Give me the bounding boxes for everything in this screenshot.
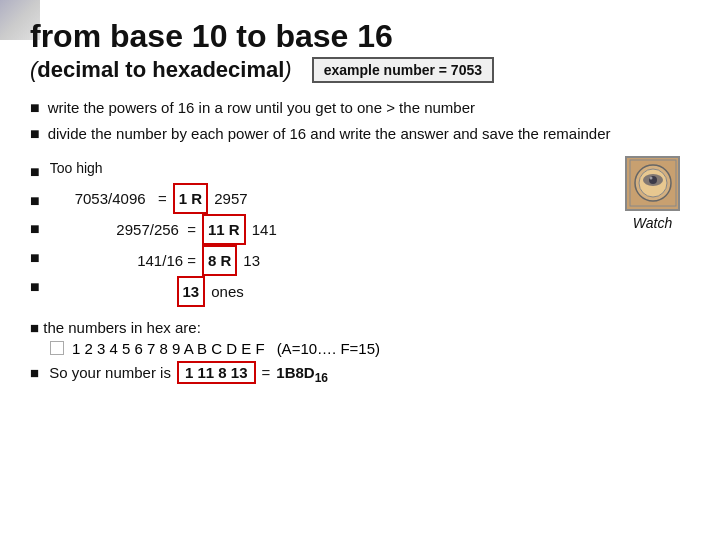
- bullet-1-icon: ■: [30, 97, 40, 119]
- so-bullet: ■: [30, 364, 43, 381]
- alphabet-row: 1 2 3 4 5 6 7 8 9 A B C D E F (A=10…. F=…: [50, 340, 690, 357]
- calc-row-4: 13 ones: [50, 276, 277, 307]
- calc-row-4-left: [50, 278, 171, 305]
- result-text: 1B8D16: [276, 364, 328, 385]
- watch-box: Watch: [625, 156, 680, 231]
- calc-bullet-5: ■: [30, 273, 40, 302]
- calc-bullet-4: ■: [30, 244, 40, 273]
- main-content: from base 10 to base 16 (decimal to hexa…: [0, 0, 720, 403]
- hex-subscript: 16: [315, 371, 328, 385]
- checkbox-icon: [50, 341, 64, 355]
- calc-row-3-right: 13: [243, 247, 260, 274]
- calc-lines: Too high 7053/4096 = 1 R 2957 2957/256 =…: [50, 156, 277, 307]
- hex-bullet: ■: [30, 319, 43, 336]
- so-text: So your number is: [49, 364, 171, 381]
- example-badge-label: example number = 7053: [324, 62, 482, 78]
- calc-bullets: ■ ■ ■ ■ ■: [30, 158, 40, 302]
- calc-bullet-3: ■: [30, 215, 40, 244]
- calc-row-4-right: ones: [211, 278, 244, 305]
- bullet-item-2: ■ divide the number by each power of 16 …: [30, 123, 690, 145]
- bullet-section: ■ write the powers of 16 in a row until …: [30, 97, 690, 146]
- alphabet-text: 1 2 3 4 5 6 7 8 9 A B C D E F: [72, 340, 265, 357]
- too-high-label: Too high: [50, 156, 277, 181]
- svg-point-5: [649, 177, 652, 180]
- equals-sign: =: [262, 364, 271, 381]
- alphabet-note: (A=10…. F=15): [277, 340, 380, 357]
- calc-row-4-highlight: 13: [177, 276, 206, 307]
- watch-icon[interactable]: [625, 156, 680, 211]
- calc-row-2: 2957/256 = 11 R 141: [50, 214, 277, 245]
- calc-row-2-right: 141: [252, 216, 277, 243]
- calc-row-3: 141/16 = 8 R 13: [50, 245, 277, 276]
- calculation-section: ■ ■ ■ ■ ■ Too high 7053/4096 = 1 R 2957 …: [30, 156, 690, 307]
- numbers-box: 1 11 8 13: [177, 361, 256, 384]
- bullet-item-1: ■ write the powers of 16 in a row until …: [30, 97, 690, 119]
- hex-section: ■ the numbers in hex are: 1 2 3 4 5 6 7 …: [30, 319, 690, 385]
- subtitle-inner: decimal to hexadecimal: [37, 57, 284, 82]
- so-row: ■ So your number is 1 11 8 13 = 1B8D16: [30, 361, 690, 385]
- calc-row-2-highlight: 11 R: [202, 214, 246, 245]
- hex-intro-text: the numbers in hex are:: [43, 319, 201, 336]
- calc-row-1-highlight: 1 R: [173, 183, 208, 214]
- calc-bullet-2: ■: [30, 187, 40, 216]
- close-paren: ): [284, 57, 291, 82]
- bullet-2-text: divide the number by each power of 16 an…: [48, 123, 611, 144]
- calc-row-1: 7053/4096 = 1 R 2957: [50, 183, 277, 214]
- watch-label[interactable]: Watch: [633, 215, 672, 231]
- calc-bullet-1: ■: [30, 158, 40, 187]
- calc-row-1-left: 7053/4096 =: [50, 185, 167, 212]
- main-title: from base 10 to base 16: [30, 18, 690, 55]
- calc-row-3-highlight: 8 R: [202, 245, 237, 276]
- calc-row-1-right: 2957: [214, 185, 247, 212]
- bullet-1-text: write the powers of 16 in a row until yo…: [48, 97, 475, 118]
- hex-intro-row: ■ the numbers in hex are:: [30, 319, 690, 336]
- subtitle-text: (decimal to hexadecimal): [30, 57, 292, 83]
- calc-row-3-left: 141/16 =: [50, 247, 196, 274]
- title-text: from base 10 to base 16: [30, 18, 393, 55]
- bullet-2-icon: ■: [30, 123, 40, 145]
- calc-row-2-left: 2957/256 =: [50, 216, 196, 243]
- example-badge: example number = 7053: [312, 57, 494, 83]
- watch-svg: [628, 158, 678, 208]
- subtitle-row: (decimal to hexadecimal) example number …: [30, 57, 690, 83]
